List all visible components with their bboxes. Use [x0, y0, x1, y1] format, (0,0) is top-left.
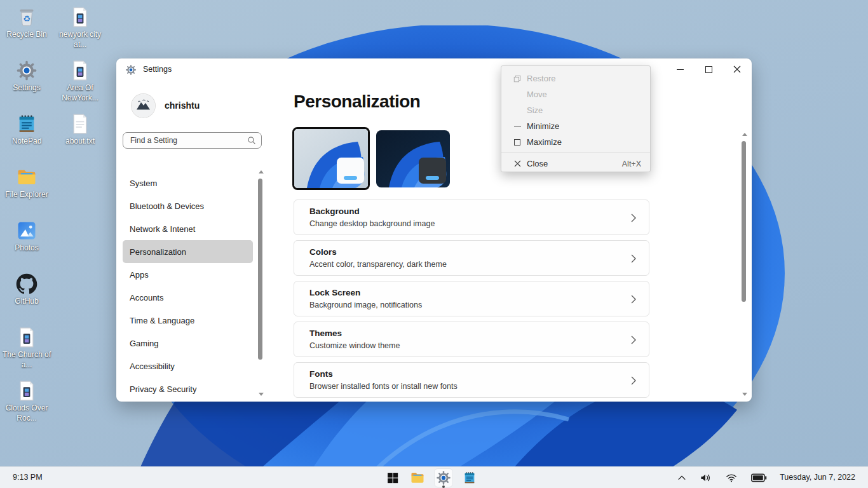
photos-icon — [16, 220, 37, 241]
card-themes[interactable]: Themes Customize window theme — [294, 322, 649, 357]
menu-item-label: Minimize — [527, 121, 559, 131]
nav-item-privacy-security[interactable]: Privacy & Security — [123, 377, 253, 400]
nav-item-apps[interactable]: Apps — [123, 263, 253, 286]
chevron-right-icon — [631, 376, 636, 385]
nav-item-label: Apps — [130, 270, 149, 280]
maximize-icon — [705, 66, 712, 73]
chevron-right-icon — [631, 254, 636, 263]
nav-item-accessibility[interactable]: Accessibility — [123, 355, 253, 377]
window-titlebar[interactable]: Settings — [116, 58, 752, 81]
card-fonts[interactable]: Fonts Browser installed fonts or install… — [294, 362, 649, 398]
close-icon — [509, 160, 526, 167]
menu-item-close[interactable]: Close Alt+X — [501, 156, 650, 172]
theme-preview-dark[interactable] — [376, 130, 450, 187]
card-title: Colors — [309, 247, 337, 257]
nav-item-bluetooth-devices[interactable]: Bluetooth & Devices — [123, 194, 253, 217]
settings-window: Settings chrishtu System Bluetooth & Dev… — [116, 58, 752, 402]
chevron-right-icon — [631, 295, 636, 304]
card-background[interactable]: Background Change desktop background ima… — [294, 200, 649, 235]
menu-item-maximize[interactable]: Maximize — [501, 134, 650, 150]
desktop-icon-notepad[interactable]: NotePad — [0, 113, 53, 147]
desktop-icon-the-church-video[interactable]: The Church of a... — [0, 327, 53, 370]
search-input[interactable] — [123, 132, 262, 149]
page-title: Personalization — [294, 92, 420, 112]
settings-gear-icon — [436, 470, 451, 485]
card-subtitle: Change desktop background image — [309, 219, 435, 228]
card-lock-screen[interactable]: Lock Screen Background image, notificati… — [294, 281, 649, 316]
avatar[interactable] — [132, 94, 155, 118]
taskbar-file-explorer[interactable] — [410, 470, 425, 485]
taskbar-settings-active[interactable] — [434, 468, 453, 487]
nav-item-label: System — [130, 179, 157, 188]
battery-icon — [751, 473, 767, 482]
tray-show-hidden-icons[interactable] — [677, 475, 686, 481]
sidebar-scrollbar[interactable] — [258, 179, 262, 360]
sidebar-scroll-down-icon[interactable] — [259, 393, 264, 396]
menu-item-move: Move — [501, 86, 650, 102]
menu-item-label: Close — [527, 159, 548, 168]
nav-item-time-language[interactable]: Time & Language — [123, 309, 253, 332]
desktop-icon-clouds-video[interactable]: Clouds Over Roc... — [0, 380, 53, 423]
desktop-icon-label: File Explorer — [5, 190, 48, 200]
chevron-right-icon — [631, 214, 636, 222]
card-colors[interactable]: Colors Accent color, transparency, dark … — [294, 240, 649, 276]
running-app-indicator — [442, 485, 445, 488]
nav-item-label: Network & Intenet — [130, 224, 195, 234]
nav-item-network-internet[interactable]: Network & Intenet — [123, 217, 253, 240]
desktop-icon-area-of-newyork-video[interactable]: Area Of NewYork... — [53, 60, 107, 103]
taskbar-notepad[interactable] — [462, 470, 477, 485]
minimize-button[interactable] — [668, 60, 691, 79]
menu-item-restore: Restore — [501, 71, 650, 86]
chevron-up-icon — [677, 475, 686, 481]
nav-item-gaming[interactable]: Gaming — [123, 332, 253, 355]
close-button[interactable] — [726, 60, 749, 79]
window-scrollbar[interactable] — [742, 141, 746, 302]
desktop-icon-about-txt[interactable]: about.txt — [53, 113, 107, 147]
taskbar-clock[interactable]: 9:13 PM — [13, 473, 43, 482]
theme-preview-light[interactable] — [292, 127, 370, 190]
nav-item-personalization[interactable]: Personalization — [123, 240, 253, 263]
menu-item-size: Size — [501, 102, 650, 118]
desktop-icon-github[interactable]: GitHub — [0, 273, 53, 307]
desktop-icon-label: Recycle Bin — [6, 30, 46, 40]
taskbar-start-button[interactable] — [385, 470, 400, 485]
desktop-icon-newyork-video[interactable]: newyork city at... — [53, 6, 107, 50]
minimize-icon — [677, 69, 684, 70]
taskbar-date[interactable]: Tuesday, Jun 7, 2022 — [780, 473, 855, 482]
menu-item-label: Restore — [527, 74, 556, 83]
maximize-icon — [509, 139, 526, 146]
maximize-button[interactable] — [697, 60, 720, 79]
nav-item-accounts[interactable]: Accounts — [123, 286, 253, 309]
search-icon — [247, 136, 256, 145]
card-subtitle: Customize window theme — [309, 341, 400, 350]
close-icon — [733, 65, 741, 73]
text-file-icon — [69, 113, 91, 135]
desktop-icon-photos[interactable]: Photos — [0, 220, 53, 254]
menu-item-label: Size — [527, 105, 543, 115]
nav-item-system[interactable]: System — [123, 172, 253, 194]
desktop-icon-label: Area Of NewYork... — [53, 83, 107, 103]
desktop-icon-label: Settings — [13, 83, 40, 93]
card-title: Background — [309, 207, 360, 216]
folder-icon — [410, 470, 425, 485]
tray-wifi[interactable] — [725, 473, 738, 483]
settings-gear-icon — [125, 64, 137, 76]
card-subtitle: Browser installed fonts or install new f… — [309, 382, 458, 391]
desktop-icon-recycle-bin[interactable]: ♻ Recycle Bin — [0, 6, 53, 40]
desktop-icon-settings[interactable]: Settings — [0, 60, 53, 93]
nav-item-label: Personalization — [130, 247, 186, 257]
video-file-icon — [16, 327, 37, 348]
desktop-icon-label: Photos — [15, 243, 38, 254]
desktop-icon-file-explorer[interactable]: File Explorer — [0, 166, 53, 200]
window-scroll-down-icon[interactable] — [742, 393, 747, 396]
tray-volume[interactable] — [699, 472, 712, 484]
menu-item-minimize[interactable]: Minimize — [501, 118, 650, 134]
settings-gear-icon — [16, 60, 37, 81]
tray-battery[interactable] — [751, 473, 767, 482]
start-icon — [386, 471, 399, 484]
window-scroll-up-icon[interactable] — [742, 133, 747, 136]
window-system-menu: Restore Move Size Minimize Maximize Clos… — [501, 65, 651, 172]
card-subtitle: Background image, notifications — [309, 301, 422, 309]
sidebar-scroll-up-icon[interactable] — [259, 170, 264, 173]
card-title: Lock Screen — [309, 288, 360, 297]
